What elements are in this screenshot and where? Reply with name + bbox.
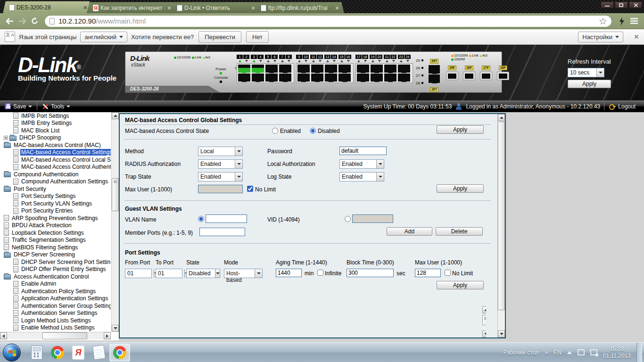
rj45-port-12[interactable] [311,74,323,82]
tree-item[interactable]: MAC Block List [0,127,111,134]
scroll-thumb[interactable] [42,332,87,339]
scroll-thumb[interactable] [112,178,119,211]
local-auth-select[interactable]: Enabled [339,159,384,169]
restore-button[interactable] [615,1,628,8]
port-group-2[interactable]: 910111213141516 [296,55,354,83]
tree-item[interactable]: NetBIOS Filtering Settings [0,244,111,251]
rj45-port-14[interactable] [325,74,337,82]
sidebar-vertical-scrollbar[interactable] [111,112,119,332]
scroll-left-icon[interactable] [0,332,7,339]
forward-button[interactable] [16,16,28,27]
tree-item[interactable]: DHCP Server Screening Port Settings [0,258,111,266]
refresh-interval-select[interactable]: 10 secs [568,68,604,77]
tab-close-icon[interactable] [250,5,256,11]
browser-tab[interactable]: ЯКак запретить интернет п [87,2,176,13]
rj45-port-8[interactable] [279,74,291,82]
scroll-down-icon[interactable] [112,325,119,332]
rj45-port-21[interactable] [384,65,396,73]
rj45-port-24[interactable] [398,74,410,82]
tree-item[interactable]: Port Security VLAN Settings [0,200,111,207]
rj45-port-13[interactable] [325,65,337,73]
rj45-port-1[interactable] [238,65,250,73]
save-menu[interactable]: Save [0,100,37,112]
scroll-down-icon[interactable] [498,330,505,337]
logout-button[interactable]: Logout [604,103,640,110]
port-group-3[interactable]: 1718192021222324 [355,55,413,83]
aging-time-field[interactable] [276,269,302,277]
reload-button[interactable] [28,16,41,27]
tree-item[interactable]: DHCP Offer Permit Entry Settings [0,266,111,273]
tree-item[interactable]: MAC-based Access Control Local Sett [0,156,111,164]
taskbar-notepad[interactable] [89,344,109,362]
rj45-port-19[interactable] [371,65,383,73]
tree-item[interactable]: Authentication Server Settings [0,310,111,317]
desktop-toolbar-label[interactable]: Рабочий стол [504,349,539,356]
member-ports-field[interactable] [199,228,245,236]
scroll-thumb[interactable] [482,315,486,325]
scroll-thumb[interactable] [498,122,505,310]
tree-item[interactable]: Login Method Lists Settings [0,317,111,324]
fiber-port-27f[interactable]: 27F [480,62,492,80]
ps-state-select[interactable]: Disabled [186,269,220,278]
menu-icon[interactable] [628,16,640,27]
max-user-field[interactable] [198,185,243,193]
global-apply-button[interactable]: Apply [437,184,484,193]
tree-item[interactable]: Port Security Entries [0,207,111,215]
rj45-port-4[interactable] [252,74,264,82]
tree-item[interactable]: MAC-based Access Control (MAC) [0,141,111,149]
global-state-apply-button[interactable]: Apply [437,125,484,134]
tab-close-icon[interactable] [334,5,340,11]
ps-max-user-field[interactable] [415,269,441,277]
state-disabled-radio[interactable] [310,128,316,134]
tree-item[interactable]: DHCP Server Screening [0,251,111,259]
tree-item[interactable]: Application Authentication Settings [0,295,111,303]
add-button[interactable]: Add [387,227,432,236]
scroll-right-icon[interactable] [104,332,111,339]
tree-item[interactable]: MAC-based Access Control Authentic [0,164,111,171]
sidebar-horizontal-scrollbar[interactable] [0,332,111,339]
tree-item[interactable]: IMPB Port Settings [0,112,111,120]
rj45-port-15[interactable] [339,65,351,73]
browser-tab[interactable]: ftp://ftp.dlink.ru/pub/Trai [255,2,344,13]
taskbar-calculator[interactable] [26,344,47,362]
rj45-port-23[interactable] [398,65,410,73]
infinite-checkbox[interactable] [317,270,323,276]
rj45-port-2[interactable] [238,74,250,82]
rj45-port-20[interactable] [371,74,383,82]
clock[interactable]: 15:28 01.11.2013 [603,346,631,360]
combo-port-26t[interactable] [429,74,440,83]
translate-button[interactable]: Перевести [198,31,241,43]
panel-vertical-scrollbar[interactable] [497,114,505,337]
tray-network-icon[interactable] [590,349,597,355]
to-port-select[interactable]: 01 [156,269,182,278]
tree-item[interactable]: MAC-based Access Control Settings [0,149,111,156]
translate-settings-button[interactable]: Настройки [578,32,623,42]
taskbar-chrome-active[interactable] [109,344,130,362]
method-select[interactable]: Local [198,147,243,156]
rj45-port-9[interactable] [297,65,310,73]
tree-item[interactable]: DHCP Snooping [0,134,111,142]
address-bar[interactable]: 10.2.120.90/www/main.html [44,15,612,27]
language-select[interactable]: английский [80,32,127,42]
scroll-down-icon[interactable] [482,330,486,337]
log-state-select[interactable]: Enabled [339,172,384,181]
tree-item[interactable]: Authentication Server Group Settings [0,302,111,310]
delete-button[interactable]: Delete [436,227,483,236]
no-limit-checkbox[interactable] [247,186,253,192]
back-button[interactable] [4,16,16,27]
combo-ports[interactable]: 25T 26T [427,56,441,92]
fiber-port-26f[interactable]: 26F [463,62,475,80]
rj45-port-11[interactable] [311,65,323,73]
rj45-port-3[interactable] [252,65,264,73]
tree-item[interactable]: BPDU Attack Protection [0,222,111,230]
rj45-port-6[interactable] [265,74,278,82]
tree-item[interactable]: Access Authentication Control [0,273,111,280]
state-enabled-radio[interactable] [272,128,278,134]
rj45-port-18[interactable] [357,74,369,82]
rj45-port-22[interactable] [384,74,396,82]
translate-bar-close-icon[interactable] [634,34,639,40]
tab-close-icon[interactable] [83,5,88,10]
tree-item[interactable]: Traffic Segmentation Settings [0,237,111,244]
tree-item[interactable]: Port Security Settings [0,193,111,200]
extension-lightning-icon[interactable] [616,16,628,27]
